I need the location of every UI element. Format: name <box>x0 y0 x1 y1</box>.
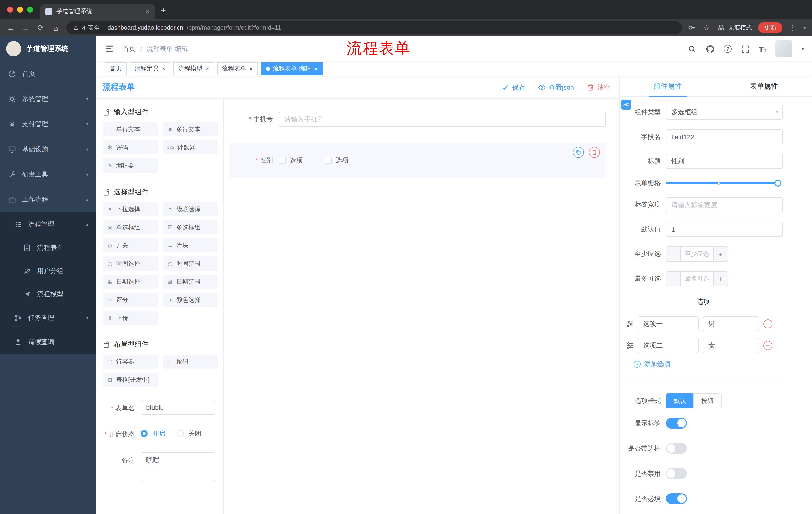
tag-process-form-edit[interactable]: 流程表单-编辑× <box>261 62 323 75</box>
plus-icon[interactable]: + <box>714 247 728 261</box>
sidebar-item-payment[interactable]: ¥ 支付管理 ▾ <box>0 112 96 137</box>
palette-chip-checkbox-group[interactable]: ☑多选框组 <box>163 220 218 234</box>
checkbox-icon[interactable] <box>325 157 331 164</box>
hamburger-icon[interactable] <box>105 44 115 54</box>
palette-chip-time-picker[interactable]: ◷时间选择 <box>103 256 158 271</box>
browser-update-button[interactable]: 更新 <box>758 22 782 33</box>
tag-process-model[interactable]: 流程模型× <box>173 62 214 75</box>
palette-chip-cascader[interactable]: ⋔级联选择 <box>163 202 218 216</box>
window-zoom-button[interactable] <box>27 6 33 12</box>
palette-chip-multi-line-text[interactable]: ≡多行文本 <box>163 122 218 136</box>
remove-option-button[interactable]: − <box>763 341 772 350</box>
field-name-input[interactable] <box>666 129 783 144</box>
sidebar-logo[interactable]: 芋道管理系统 <box>0 36 96 61</box>
drag-handle-icon[interactable] <box>626 342 634 350</box>
palette-chip-radio-group[interactable]: ◉单选框组 <box>103 220 158 234</box>
back-icon[interactable]: ← <box>6 23 15 32</box>
window-minimize-button[interactable] <box>17 6 23 12</box>
phone-field-input[interactable] <box>279 112 606 127</box>
palette-chip-color-picker[interactable]: ◑颜色选择 <box>163 293 218 307</box>
option-label-input[interactable] <box>638 338 699 353</box>
palette-chip-button[interactable]: ◫按钮 <box>163 355 218 369</box>
copy-component-button[interactable] <box>573 147 584 158</box>
delete-component-button[interactable] <box>589 147 600 158</box>
tag-close-icon[interactable]: × <box>205 65 209 72</box>
palette-chip-switch[interactable]: ⊙开关 <box>103 238 158 252</box>
address-bar[interactable]: ⚠ 不安全 dashboard.yudao.iocoder.cn /bpm/ma… <box>66 21 682 34</box>
sidebar-item-process-form[interactable]: 流程表单 <box>0 236 96 260</box>
canvas-field-phone[interactable]: 手机号 <box>229 112 606 127</box>
window-close-button[interactable] <box>7 6 13 12</box>
tag-close-icon[interactable]: × <box>162 65 165 72</box>
panel-drag-handle[interactable] <box>621 100 631 110</box>
fullscreen-icon[interactable] <box>741 44 750 53</box>
radio-open[interactable] <box>141 430 148 437</box>
browser-menu-icon[interactable]: ⋮ <box>788 23 798 32</box>
tag-process-definition[interactable]: 流程定义× <box>129 62 170 75</box>
radio-open-label[interactable]: 开启 <box>152 429 165 438</box>
style-default-button[interactable]: 默认 <box>666 393 693 408</box>
bookmark-star-icon[interactable]: ☆ <box>702 23 711 32</box>
palette-chip-upload[interactable]: ⇧上传 <box>103 311 158 325</box>
checkbox-option-1[interactable]: 选项一 <box>279 156 310 165</box>
sidebar-item-leave-query[interactable]: 请假查询 <box>0 330 96 354</box>
min-select-value[interactable]: 至少应选 <box>680 247 714 261</box>
sidebar-item-workflow[interactable]: 工作流程 ▴ <box>0 187 96 212</box>
browser-tab[interactable]: 芋道管理系统 × <box>40 3 155 19</box>
grid-slider[interactable] <box>666 182 778 184</box>
tag-process-form[interactable]: 流程表单× <box>217 62 258 75</box>
option-label-input[interactable] <box>638 316 699 331</box>
radio-closed-label[interactable]: 关闭 <box>188 429 202 438</box>
tag-close-icon[interactable]: × <box>314 65 318 72</box>
reload-icon[interactable]: ⟳ <box>36 23 45 32</box>
component-type-select[interactable]: 多选框组▾ <box>666 105 783 120</box>
tab-component-props[interactable]: 组件属性 <box>619 77 716 96</box>
checkbox-icon[interactable] <box>279 157 286 164</box>
palette-chip-rate[interactable]: ☆评分 <box>103 293 158 307</box>
github-icon[interactable] <box>705 44 715 53</box>
form-remark-textarea[interactable]: 嘿嘿 <box>141 452 215 481</box>
sidebar-item-system[interactable]: 系统管理 ▾ <box>0 86 96 112</box>
user-avatar[interactable] <box>776 40 793 57</box>
palette-chip-counter[interactable]: 123计数器 <box>163 140 218 154</box>
clear-button[interactable]: 清空 <box>587 83 610 92</box>
palette-chip-select[interactable]: ▾下拉选择 <box>103 202 158 216</box>
palette-chip-date-picker[interactable]: ▦日期选择 <box>103 275 158 289</box>
tab-form-props[interactable]: 表单属性 <box>716 77 812 96</box>
save-button[interactable]: 保存 <box>501 83 525 92</box>
sidebar-item-process-management[interactable]: 流程管理 ▴ <box>0 212 96 236</box>
border-switch[interactable] <box>666 443 687 454</box>
form-canvas[interactable]: 手机号 性别 <box>224 99 619 514</box>
slider-handle[interactable] <box>774 180 781 187</box>
sidebar-item-home[interactable]: 首页 <box>0 61 96 86</box>
tag-close-icon[interactable]: × <box>249 65 253 72</box>
tab-close-icon[interactable]: × <box>146 7 150 15</box>
forward-icon[interactable]: → <box>21 23 30 32</box>
palette-chip-editor[interactable]: ✎编辑器 <box>103 158 158 172</box>
required-switch[interactable] <box>666 493 687 504</box>
palette-chip-time-range[interactable]: ◴时间范围 <box>163 256 218 271</box>
palette-chip-date-range[interactable]: ▩日期范围 <box>163 275 218 289</box>
breadcrumb-home[interactable]: 首页 <box>123 44 136 53</box>
drag-handle-icon[interactable] <box>626 320 634 328</box>
view-json-button[interactable]: 查看json <box>538 83 574 92</box>
max-select-value[interactable]: 最多可选 <box>680 272 714 286</box>
security-label[interactable]: 不安全 <box>82 23 100 32</box>
option-value-input[interactable] <box>703 338 759 353</box>
show-label-switch[interactable] <box>666 418 687 429</box>
chevron-down-icon[interactable]: ▾ <box>804 25 806 30</box>
home-icon[interactable]: ⌂ <box>51 23 60 32</box>
new-tab-button[interactable]: + <box>161 5 166 16</box>
sidebar-item-infrastructure[interactable]: 基础设施 ▾ <box>0 137 96 162</box>
canvas-field-gender-selected[interactable]: 性别 选项一 选项二 <box>229 143 606 178</box>
default-value-input[interactable] <box>666 222 783 237</box>
chevron-down-icon[interactable]: ▾ <box>802 46 804 51</box>
style-button-button[interactable]: 按钮 <box>693 393 722 408</box>
disabled-switch[interactable] <box>666 468 687 479</box>
search-icon[interactable] <box>687 44 696 53</box>
password-key-icon[interactable] <box>688 24 696 32</box>
title-input[interactable] <box>666 154 783 169</box>
sidebar-item-task-management[interactable]: 任务管理 ▾ <box>0 306 96 330</box>
help-icon[interactable]: ? <box>724 45 732 53</box>
add-option-button[interactable]: + 添加选项 <box>634 360 783 369</box>
